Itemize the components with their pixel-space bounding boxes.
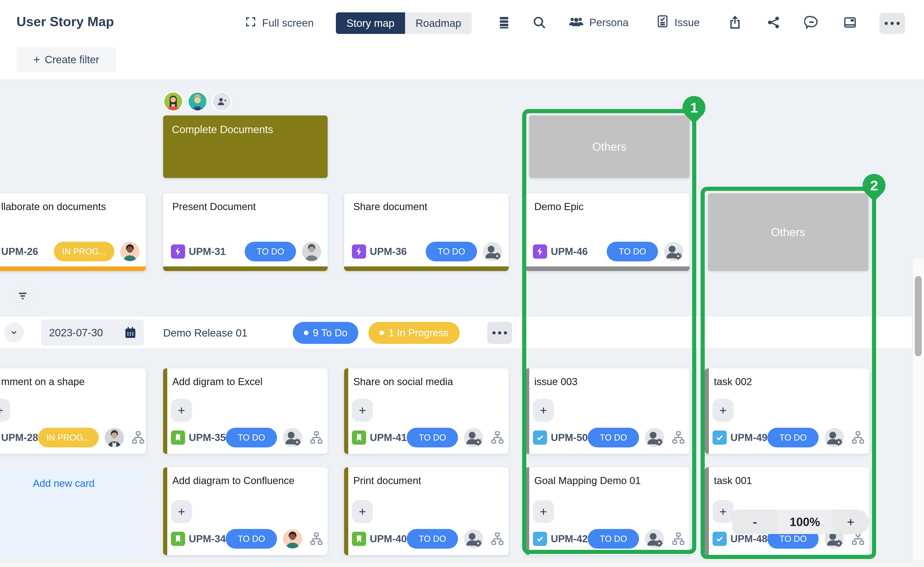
hierarchy-icon[interactable] bbox=[131, 430, 146, 445]
status-badge[interactable]: TO DO bbox=[588, 428, 639, 447]
add-child-button[interactable]: + bbox=[171, 500, 192, 523]
hierarchy-icon[interactable] bbox=[490, 531, 505, 546]
card-key: UPM-49 bbox=[730, 432, 767, 443]
card-upm-41[interactable]: Share on social media + UPM-41 TO DO bbox=[344, 368, 508, 454]
todo-count-badge[interactable]: 9 To Do bbox=[293, 322, 358, 344]
add-child-button[interactable]: + bbox=[533, 500, 554, 523]
status-badge[interactable]: TO DO bbox=[607, 242, 658, 261]
persona-button[interactable]: Persona bbox=[568, 15, 628, 30]
card-upm-31[interactable]: Present Document UPM-31 TO DO bbox=[163, 194, 328, 271]
unassigned-avatar[interactable] bbox=[645, 529, 664, 549]
status-badge[interactable]: IN PROG... bbox=[54, 242, 114, 261]
search-icon[interactable] bbox=[532, 15, 547, 30]
card-upm-34[interactable]: Add diagram to Confluence + UPM-34 TO DO bbox=[163, 467, 328, 555]
zoom-in-button[interactable]: + bbox=[832, 510, 869, 534]
horizontal-scrollbar-track[interactable] bbox=[0, 561, 924, 567]
release-row: 2023-07-30 Demo Release 01 9 To Do 1 In … bbox=[0, 316, 924, 349]
card-upm-36[interactable]: Share document UPM-36 TO DO bbox=[344, 194, 508, 271]
card-upm-42[interactable]: Goal Mapping Demo 01 + UPM-42 TO DO bbox=[525, 467, 690, 555]
card-title: Demo Epic bbox=[534, 200, 682, 213]
add-child-button[interactable]: + bbox=[352, 399, 373, 422]
comment-minus-icon[interactable] bbox=[804, 15, 819, 30]
unassigned-avatar[interactable] bbox=[664, 242, 683, 261]
assignee-avatar[interactable] bbox=[283, 529, 302, 549]
card-upm-49[interactable]: task 002 + UPM-49 TO DO bbox=[705, 368, 869, 454]
status-badge[interactable]: TO DO bbox=[406, 529, 458, 549]
export-icon[interactable] bbox=[728, 15, 742, 30]
zoom-out-button[interactable]: - bbox=[732, 510, 777, 534]
hierarchy-icon[interactable] bbox=[490, 430, 505, 445]
tab-story-map[interactable]: Story map bbox=[336, 12, 405, 34]
card-upm-28[interactable]: mment on a shape + UPM-28 IN PROG... bbox=[0, 368, 146, 454]
card-key: UPM-36 bbox=[370, 246, 406, 257]
vertical-scrollbar-track[interactable] bbox=[912, 259, 924, 567]
hierarchy-icon[interactable] bbox=[671, 430, 686, 445]
card-upm-46[interactable]: Demo Epic UPM-46 TO DO bbox=[525, 194, 690, 271]
collapse-release-button[interactable] bbox=[4, 322, 24, 342]
release-more-button[interactable] bbox=[488, 322, 512, 344]
assignee-avatar[interactable] bbox=[105, 428, 124, 447]
type-accent bbox=[525, 368, 529, 454]
epic-type-icon bbox=[533, 244, 547, 259]
story-type-icon bbox=[352, 532, 366, 546]
persona-avatar-man[interactable] bbox=[188, 92, 208, 112]
add-child-button[interactable]: + bbox=[0, 399, 10, 422]
epic-header-card[interactable]: Complete Documents bbox=[163, 116, 328, 178]
assignee-avatar[interactable] bbox=[120, 242, 140, 261]
tab-roadmap[interactable]: Roadmap bbox=[405, 12, 472, 34]
inprogress-count-badge[interactable]: 1 In Progress bbox=[368, 322, 460, 344]
unassigned-avatar[interactable] bbox=[283, 428, 302, 447]
release-date-field[interactable]: 2023-07-30 bbox=[41, 320, 144, 346]
epic-type-icon bbox=[352, 244, 366, 259]
others-column-card-2[interactable]: Others bbox=[708, 194, 868, 271]
hierarchy-icon[interactable] bbox=[309, 531, 324, 546]
unassigned-avatar[interactable] bbox=[464, 428, 483, 447]
add-child-button[interactable]: + bbox=[712, 500, 734, 523]
add-persona-button[interactable] bbox=[212, 92, 232, 112]
create-filter-button[interactable]: + Create filter bbox=[16, 47, 116, 72]
add-new-card-link[interactable]: Add new card bbox=[33, 478, 94, 489]
others-column-card-1[interactable]: Others bbox=[529, 116, 690, 178]
board-card-icon[interactable] bbox=[843, 15, 857, 30]
story-type-icon bbox=[171, 430, 185, 445]
task-type-icon bbox=[533, 430, 547, 445]
unassigned-avatar[interactable] bbox=[825, 428, 844, 447]
add-child-button[interactable]: + bbox=[171, 399, 192, 422]
card-title: Share document bbox=[353, 200, 501, 213]
hierarchy-icon[interactable] bbox=[671, 531, 686, 546]
add-child-button[interactable]: + bbox=[352, 500, 373, 523]
release-filter-button[interactable] bbox=[12, 286, 33, 306]
status-badge[interactable]: TO DO bbox=[426, 242, 477, 261]
card-upm-40[interactable]: Print document + UPM-40 TO DO bbox=[344, 467, 508, 555]
plus-icon: + bbox=[33, 53, 40, 66]
unassigned-avatar[interactable] bbox=[483, 242, 502, 261]
card-key: UPM-41 bbox=[370, 432, 406, 443]
add-child-button[interactable]: + bbox=[712, 399, 734, 422]
hierarchy-icon[interactable] bbox=[850, 430, 866, 445]
status-badge[interactable]: TO DO bbox=[226, 529, 277, 549]
hierarchy-icon[interactable] bbox=[309, 430, 324, 445]
vertical-scrollbar-thumb[interactable] bbox=[915, 276, 922, 356]
persona-label: Persona bbox=[589, 16, 628, 28]
share-icon[interactable] bbox=[766, 15, 781, 30]
status-badge[interactable]: IN PROG... bbox=[38, 428, 99, 447]
assignee-avatar[interactable] bbox=[302, 242, 321, 261]
others-label: Others bbox=[771, 226, 806, 239]
card-upm-35[interactable]: Add digram to Excel + UPM-35 TO DO bbox=[163, 368, 328, 454]
rows-icon[interactable] bbox=[497, 15, 512, 30]
issue-button[interactable]: Issue bbox=[656, 15, 700, 30]
persona-avatar-woman[interactable] bbox=[163, 92, 183, 112]
status-badge[interactable]: TO DO bbox=[588, 529, 639, 549]
card-upm-50[interactable]: issue 003 + UPM-50 TO DO bbox=[525, 368, 690, 454]
more-actions-button[interactable] bbox=[879, 13, 905, 34]
status-badge[interactable]: TO DO bbox=[767, 428, 819, 447]
card-upm-26[interactable]: llaborate on documents UPM-26 IN PROG... bbox=[0, 194, 146, 271]
status-badge[interactable]: TO DO bbox=[406, 428, 458, 447]
unassigned-avatar[interactable] bbox=[645, 428, 664, 447]
fullscreen-button[interactable]: Full screen bbox=[245, 13, 314, 33]
add-child-button[interactable]: + bbox=[533, 399, 554, 422]
zoom-level: 100% bbox=[777, 510, 832, 534]
status-badge[interactable]: TO DO bbox=[226, 428, 277, 447]
status-badge[interactable]: TO DO bbox=[245, 242, 296, 261]
unassigned-avatar[interactable] bbox=[464, 529, 483, 549]
